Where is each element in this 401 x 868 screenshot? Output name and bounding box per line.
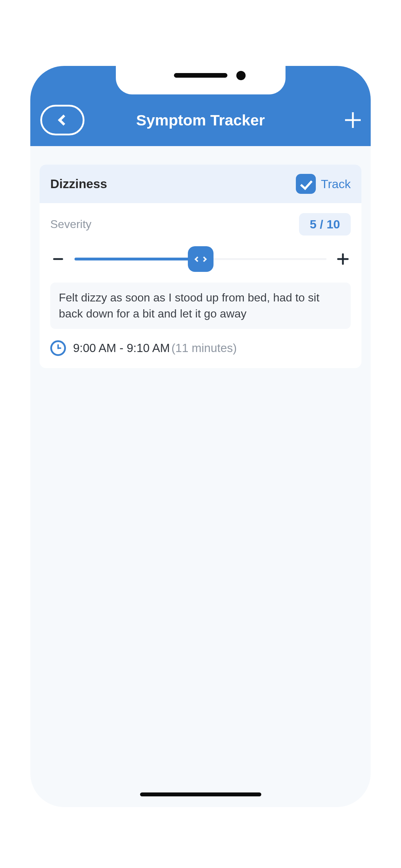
severity-decrease-button[interactable] [50,251,66,267]
app-header: Symptom Tracker [30,66,371,146]
severity-badge: 5 / 10 [299,213,351,236]
time-range: 9:00 AM - 9:10 AM [73,341,170,355]
add-button[interactable] [345,112,361,128]
page-content: Dizziness Track Severity 5 / 10 [30,146,371,807]
track-label: Track [321,177,351,191]
time-duration: (11 minutes) [171,341,237,355]
symptom-card: Dizziness Track Severity 5 / 10 [40,165,361,368]
chevron-left-icon [194,256,200,262]
clock-icon [50,340,66,356]
severity-label: Severity [50,218,92,231]
symptom-header-row: Dizziness Track [40,165,361,203]
track-toggle-group: Track [296,174,351,194]
symptom-note[interactable]: Felt dizzy as soon as I stood up from be… [50,283,351,329]
symptom-name: Dizziness [50,177,107,191]
chevron-right-icon [201,256,207,262]
chevron-left-icon [58,114,69,125]
home-indicator[interactable] [140,792,261,796]
slider-fill [74,258,201,260]
severity-slider[interactable] [74,246,327,272]
phone-frame: Symptom Tracker Dizziness Track [30,66,371,807]
back-button[interactable] [40,105,84,135]
device-notch [116,66,286,94]
device-speaker [174,73,227,78]
time-row: 9:00 AM - 9:10 AM (11 minutes) [50,339,351,357]
slider-thumb[interactable] [188,246,214,272]
track-checkbox[interactable] [296,174,316,194]
device-camera [236,71,246,80]
severity-increase-button[interactable] [335,251,351,267]
